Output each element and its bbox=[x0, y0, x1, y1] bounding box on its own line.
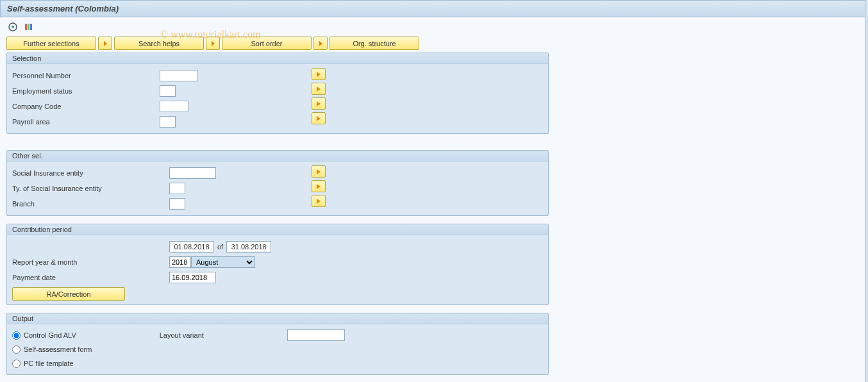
ty-social-insurance-label: Ty. of Social Insurance entity bbox=[12, 185, 169, 192]
svg-rect-2 bbox=[25, 24, 27, 30]
execute-icon[interactable] bbox=[6, 21, 19, 33]
control-grid-label: Control Grid ALV bbox=[24, 331, 76, 339]
arrow-right-icon bbox=[317, 116, 321, 121]
payment-date-input[interactable] bbox=[169, 272, 216, 283]
other-sel-group-header: Other sel. bbox=[7, 151, 548, 162]
arrow-right-icon bbox=[317, 184, 321, 189]
employment-status-multi-button[interactable] bbox=[312, 83, 326, 95]
selection-group-header: Selection bbox=[7, 53, 548, 64]
payroll-area-label: Payroll area bbox=[12, 118, 160, 126]
company-code-label: Company Code bbox=[12, 103, 160, 110]
date-to: 31.08.2018 bbox=[226, 241, 271, 253]
sort-order-button[interactable]: Sort order bbox=[222, 37, 312, 50]
company-code-multi-button[interactable] bbox=[312, 97, 326, 110]
arrow-right-icon bbox=[317, 72, 321, 77]
org-structure-button[interactable]: Org. structure bbox=[330, 37, 419, 50]
search-helps-expand-button[interactable] bbox=[98, 37, 112, 50]
personnel-number-label: Personnel Number bbox=[12, 72, 160, 79]
control-grid-radio[interactable] bbox=[12, 331, 21, 340]
arrow-right-icon bbox=[317, 87, 321, 92]
variant-icon[interactable] bbox=[22, 21, 35, 33]
of-label: of bbox=[217, 243, 223, 251]
layout-variant-input[interactable] bbox=[287, 329, 345, 341]
branch-multi-button[interactable] bbox=[312, 195, 326, 207]
org-structure-expand-button[interactable] bbox=[313, 37, 328, 50]
svg-rect-4 bbox=[30, 24, 32, 30]
layout-variant-label: Layout variant bbox=[160, 331, 204, 339]
sort-order-expand-button[interactable] bbox=[206, 37, 220, 50]
employment-status-input[interactable] bbox=[160, 85, 176, 97]
arrow-right-icon bbox=[317, 169, 321, 174]
page-title: Self-assessment (Colombia) bbox=[7, 4, 119, 13]
report-year-month-label: Report year & month bbox=[12, 258, 169, 266]
ty-social-insurance-input[interactable] bbox=[169, 183, 185, 194]
self-assessment-label: Self-assessment form bbox=[24, 345, 92, 353]
svg-point-1 bbox=[12, 26, 14, 28]
svg-rect-3 bbox=[28, 24, 29, 30]
ra-correction-button[interactable]: RA/Correction bbox=[12, 287, 125, 301]
social-insurance-multi-button[interactable] bbox=[312, 165, 326, 178]
search-helps-button[interactable]: Search helps bbox=[114, 37, 204, 50]
further-selections-button[interactable]: Further selections bbox=[6, 37, 96, 50]
arrow-right-icon bbox=[317, 101, 321, 106]
payroll-area-multi-button[interactable] bbox=[312, 112, 326, 124]
company-code-input[interactable] bbox=[160, 101, 188, 112]
personnel-number-input[interactable] bbox=[160, 70, 198, 81]
employment-status-label: Employment status bbox=[12, 87, 160, 95]
social-insurance-label: Social Insurance entity bbox=[12, 169, 169, 177]
date-from: 01.08.2018 bbox=[169, 241, 214, 253]
report-month-select[interactable]: August bbox=[191, 256, 255, 268]
title-bar: Self-assessment (Colombia) bbox=[0, 0, 868, 17]
right-border bbox=[865, 0, 868, 382]
branch-input[interactable] bbox=[169, 198, 185, 210]
ty-social-insurance-multi-button[interactable] bbox=[312, 180, 326, 192]
payroll-area-input[interactable] bbox=[160, 116, 176, 128]
social-insurance-input[interactable] bbox=[169, 167, 216, 179]
personnel-number-multi-button[interactable] bbox=[312, 68, 326, 80]
pc-file-radio[interactable] bbox=[12, 360, 21, 368]
output-group-header: Output bbox=[7, 313, 548, 324]
contribution-group: Contribution period 01.08.2018 of 31.08.… bbox=[6, 224, 549, 305]
payment-date-label: Payment date bbox=[12, 274, 169, 281]
report-year-input[interactable] bbox=[169, 256, 191, 268]
toolbar bbox=[0, 17, 868, 37]
arrow-right-icon bbox=[319, 41, 322, 46]
selection-group: Selection Personnel Number Employment st… bbox=[6, 53, 549, 134]
button-bar: Further selections Search helps Sort ord… bbox=[6, 37, 862, 50]
output-group: Output Control Grid ALV Layout variant S… bbox=[6, 313, 549, 375]
self-assessment-radio[interactable] bbox=[12, 345, 21, 354]
pc-file-label: PC file template bbox=[24, 360, 74, 367]
arrow-right-icon bbox=[104, 41, 107, 46]
arrow-right-icon bbox=[317, 199, 321, 204]
other-sel-group: Other sel. Social Insurance entity Ty. o… bbox=[6, 150, 549, 216]
arrow-right-icon bbox=[212, 41, 215, 46]
branch-label: Branch bbox=[12, 200, 169, 208]
contribution-group-header: Contribution period bbox=[7, 224, 548, 235]
main-content: Further selections Search helps Sort ord… bbox=[0, 37, 868, 375]
